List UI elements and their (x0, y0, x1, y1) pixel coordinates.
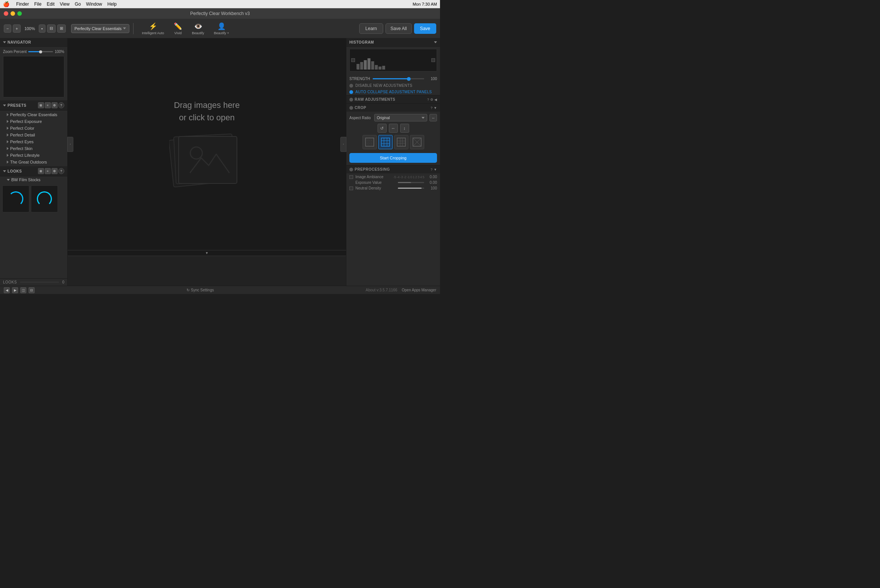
learn-button[interactable]: Learn (359, 23, 384, 34)
svg-rect-7 (367, 58, 370, 70)
presets-settings[interactable]: ⚙ (52, 102, 58, 108)
sync-settings-button[interactable]: ↻ Sync Settings (187, 288, 214, 292)
preset-label: Perfectly Clear Essentials (74, 26, 121, 31)
tool-vivid[interactable]: ✏️ Vivid (169, 21, 187, 36)
crop-help-btn[interactable]: ? (431, 106, 432, 110)
save-all-button[interactable]: Save All (385, 23, 411, 34)
crop-header[interactable]: CROP ? ▼ (346, 104, 440, 112)
view-compare[interactable]: ⊞ (57, 24, 66, 33)
filmstrip-toggle[interactable]: ▼ (68, 250, 346, 256)
looks-bw-filmstocks[interactable]: BW Film Stocks (0, 176, 67, 183)
view-split[interactable]: ⊟ (47, 24, 56, 33)
option-dot-disable[interactable] (349, 84, 353, 88)
aspect-ratio-select[interactable]: Original (374, 114, 427, 121)
right-panel-collapse[interactable]: › (340, 137, 346, 152)
menu-edit[interactable]: Edit (47, 2, 55, 7)
crop-swap-btn[interactable]: ↔ (429, 114, 437, 121)
preset-item-5[interactable]: Perfect Skin (0, 145, 67, 152)
crop-grid-dots[interactable] (363, 135, 377, 149)
view-single[interactable]: ▪ (39, 24, 46, 33)
histogram-canvas (349, 49, 437, 71)
filmstrip-view2[interactable]: ⊟ (29, 287, 35, 293)
looks-list-view[interactable]: ≡ (45, 168, 51, 174)
preset-item-3[interactable]: Perfect Detail (0, 132, 67, 138)
preprocessing-help-btn[interactable]: ? (431, 168, 432, 171)
left-panel-collapse[interactable]: ‹ (67, 137, 73, 152)
center-area: Drag images here or click to open (68, 38, 346, 286)
menu-help[interactable]: Help (108, 2, 117, 7)
tool-intelligent-auto[interactable]: ⚡ Intelligent Auto (137, 21, 168, 36)
preproc-cb-0[interactable] (349, 175, 353, 179)
toolbar-minus[interactable]: − (4, 24, 11, 33)
preprocessing-header[interactable]: PREPROCESSING ? ▼ (346, 165, 440, 173)
preset-dropdown-icon (123, 27, 126, 29)
preproc-track-1[interactable] (398, 182, 424, 183)
looks-thumb-0[interactable] (2, 185, 29, 212)
filmstrip-prev[interactable]: ◀ (4, 287, 10, 293)
menu-finder[interactable]: Finder (16, 2, 29, 7)
crop-flip-v[interactable]: ↕ (400, 124, 409, 133)
presets-grid-view[interactable]: ⊞ (38, 102, 44, 108)
strength-track[interactable] (373, 78, 424, 79)
maximize-button[interactable] (17, 11, 22, 16)
crop-grid-golden[interactable] (394, 135, 408, 149)
crop-rotate-left[interactable]: ↺ (378, 124, 387, 133)
histogram-checkbox-left[interactable] (351, 58, 355, 62)
preset-item-2[interactable]: Perfect Color (0, 125, 67, 132)
toolbar-plus[interactable]: + (13, 24, 20, 33)
raw-settings-btn[interactable]: ⚙ (430, 98, 433, 102)
preset-item-7[interactable]: The Great Outdoors (0, 159, 67, 165)
image-area[interactable]: Drag images here or click to open (68, 38, 346, 250)
tool-beautify[interactable]: 👁️ Beautify (187, 21, 209, 36)
preset-item-4[interactable]: Perfect Eyes (0, 138, 67, 145)
preproc-cb-2[interactable] (349, 186, 353, 190)
tool-beautify-plus[interactable]: 👤 Beautify + (209, 21, 234, 36)
navigator-content: Zoom Percent 100% (0, 47, 67, 100)
crop-grid-diagonal[interactable] (410, 135, 424, 149)
close-button[interactable] (4, 11, 8, 16)
looks-help[interactable]: ? (58, 168, 64, 174)
raw-adjustments-header[interactable]: RAW ADJUSTMENTS ? ⚙ ◀ (346, 95, 440, 103)
histogram-checkbox-right[interactable] (431, 58, 435, 62)
preset-item-6[interactable]: Perfect Lifestyle (0, 152, 67, 159)
crop-grid-options (349, 135, 437, 149)
preset-item-1[interactable]: Perfect Exposure (0, 118, 67, 125)
preproc-track-2[interactable] (398, 188, 424, 189)
looks-header[interactable]: LOOKS ⊞ ≡ ⚙ ? (0, 166, 67, 176)
svg-rect-5 (360, 62, 363, 70)
raw-collapse-btn[interactable]: ◀ (434, 98, 437, 102)
crop-flip-h[interactable]: ↔ (389, 124, 398, 133)
navigator-title: NAVIGATOR (8, 40, 31, 44)
zoom-slider[interactable] (28, 51, 53, 52)
preprocessing-collapse-btn[interactable]: ▼ (434, 168, 437, 171)
looks-thumb-1[interactable] (31, 185, 58, 212)
crop-grid-thirds[interactable] (378, 135, 393, 149)
filmstrip-view1[interactable]: ◫ (20, 287, 26, 293)
looks-grid-view[interactable]: ⊞ (38, 168, 44, 174)
preprocessing-section: PREPROCESSING ? ▼ Image Ambiance -5 -4 -… (346, 165, 440, 193)
raw-help-btn[interactable]: ? (427, 98, 429, 102)
navigator-header[interactable]: NAVIGATOR (0, 38, 67, 47)
apple-logo[interactable]: 🍎 (3, 1, 9, 7)
option-label-auto-collapse: AUTO COLLAPSE ADJUSTMENT PANELS (355, 90, 432, 94)
presets-help[interactable]: ? (58, 102, 64, 108)
minimize-button[interactable] (11, 11, 15, 16)
crop-collapse-btn[interactable]: ▼ (434, 106, 437, 110)
filmstrip-play[interactable]: ▶ (12, 287, 18, 293)
beautify-icon: 👁️ (194, 22, 202, 30)
menu-view[interactable]: View (60, 2, 70, 7)
presets-list-view[interactable]: ≡ (45, 102, 51, 108)
save-button[interactable]: Save (414, 23, 436, 34)
preset-item-0[interactable]: Perfectly Clear Essentials (0, 111, 67, 118)
presets-header[interactable]: PRESETS ⊞ ≡ ⚙ ? (0, 100, 67, 111)
menu-go[interactable]: Go (75, 2, 81, 7)
preset-selector[interactable]: Perfectly Clear Essentials (71, 24, 129, 33)
looks-slider[interactable] (20, 282, 59, 283)
option-dot-auto-collapse[interactable] (349, 90, 353, 94)
menu-file[interactable]: File (34, 2, 41, 7)
looks-settings[interactable]: ⚙ (52, 168, 58, 174)
start-cropping-button[interactable]: Start Cropping (349, 153, 437, 163)
menu-window[interactable]: Window (86, 2, 102, 7)
preproc-val-2: 100 (426, 186, 437, 190)
open-apps-button[interactable]: Open Apps Manager (402, 288, 436, 292)
